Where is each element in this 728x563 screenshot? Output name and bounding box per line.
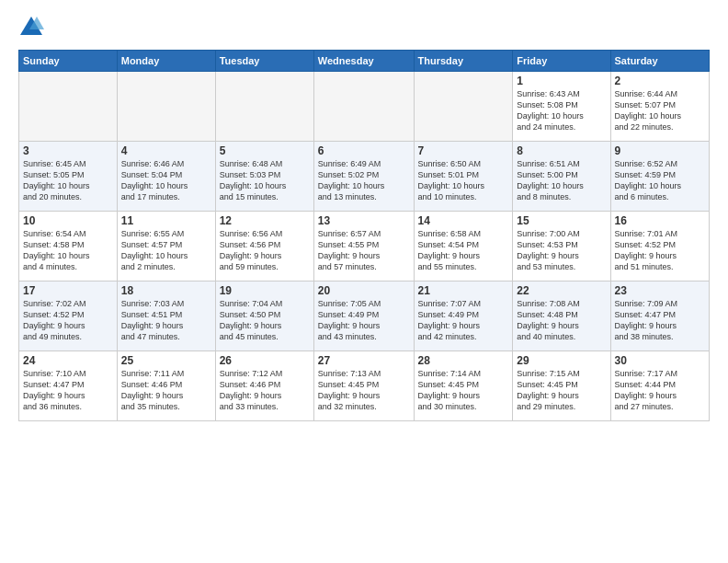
calendar-cell: 11Sunrise: 6:55 AM Sunset: 4:57 PM Dayli… <box>117 212 215 282</box>
day-info: Sunrise: 6:48 AM Sunset: 5:03 PM Dayligh… <box>220 158 310 203</box>
day-info: Sunrise: 7:15 AM Sunset: 4:45 PM Dayligh… <box>517 368 606 413</box>
day-info: Sunrise: 6:45 AM Sunset: 5:05 PM Dayligh… <box>23 158 113 203</box>
day-number: 12 <box>220 214 310 227</box>
calendar-cell: 30Sunrise: 7:17 AM Sunset: 4:44 PM Dayli… <box>610 351 709 421</box>
day-info: Sunrise: 7:11 AM Sunset: 4:46 PM Dayligh… <box>121 368 211 413</box>
calendar-cell: 25Sunrise: 7:11 AM Sunset: 4:46 PM Dayli… <box>117 351 215 421</box>
calendar-cell: 4Sunrise: 6:46 AM Sunset: 5:04 PM Daylig… <box>117 142 215 212</box>
day-number: 23 <box>615 284 705 297</box>
calendar-cell <box>117 72 215 142</box>
day-number: 26 <box>220 354 310 367</box>
calendar-cell: 13Sunrise: 6:57 AM Sunset: 4:55 PM Dayli… <box>313 212 414 282</box>
day-number: 15 <box>517 214 606 227</box>
calendar-cell: 22Sunrise: 7:08 AM Sunset: 4:48 PM Dayli… <box>513 282 610 351</box>
day-info: Sunrise: 7:07 AM Sunset: 4:49 PM Dayligh… <box>418 298 509 343</box>
calendar-cell: 10Sunrise: 6:54 AM Sunset: 4:58 PM Dayli… <box>19 212 118 282</box>
day-number: 17 <box>23 284 113 297</box>
calendar-cell: 14Sunrise: 6:58 AM Sunset: 4:54 PM Dayli… <box>414 212 513 282</box>
calendar-cell: 27Sunrise: 7:13 AM Sunset: 4:45 PM Dayli… <box>313 351 414 421</box>
day-info: Sunrise: 7:14 AM Sunset: 4:45 PM Dayligh… <box>418 368 509 413</box>
day-number: 9 <box>615 144 705 157</box>
day-number: 2 <box>615 75 705 87</box>
calendar-cell: 16Sunrise: 7:01 AM Sunset: 4:52 PM Dayli… <box>610 212 709 282</box>
day-info: Sunrise: 6:46 AM Sunset: 5:04 PM Dayligh… <box>121 158 211 203</box>
day-number: 27 <box>318 354 410 367</box>
day-number: 14 <box>418 214 509 227</box>
calendar-cell: 29Sunrise: 7:15 AM Sunset: 4:45 PM Dayli… <box>513 351 610 421</box>
calendar-cell: 24Sunrise: 7:10 AM Sunset: 4:47 PM Dayli… <box>19 351 118 421</box>
day-number: 25 <box>121 354 211 367</box>
day-info: Sunrise: 7:17 AM Sunset: 4:44 PM Dayligh… <box>615 368 705 413</box>
day-number: 20 <box>318 284 410 297</box>
day-info: Sunrise: 6:52 AM Sunset: 4:59 PM Dayligh… <box>615 158 705 203</box>
day-info: Sunrise: 6:43 AM Sunset: 5:08 PM Dayligh… <box>517 88 606 133</box>
day-number: 10 <box>23 214 113 227</box>
calendar-cell: 3Sunrise: 6:45 AM Sunset: 5:05 PM Daylig… <box>19 142 118 212</box>
calendar-cell: 6Sunrise: 6:49 AM Sunset: 5:02 PM Daylig… <box>313 142 414 212</box>
calendar-week-row: 10Sunrise: 6:54 AM Sunset: 4:58 PM Dayli… <box>19 212 710 282</box>
day-number: 21 <box>418 284 509 297</box>
day-info: Sunrise: 7:04 AM Sunset: 4:50 PM Dayligh… <box>220 298 310 343</box>
day-info: Sunrise: 7:09 AM Sunset: 4:47 PM Dayligh… <box>615 298 705 343</box>
header <box>18 15 710 40</box>
day-number: 16 <box>615 214 705 227</box>
calendar-header-saturday: Saturday <box>610 51 709 72</box>
day-info: Sunrise: 6:49 AM Sunset: 5:02 PM Dayligh… <box>318 158 410 203</box>
day-info: Sunrise: 7:00 AM Sunset: 4:53 PM Dayligh… <box>517 228 606 273</box>
calendar-cell: 5Sunrise: 6:48 AM Sunset: 5:03 PM Daylig… <box>215 142 313 212</box>
day-number: 4 <box>121 144 211 157</box>
page: SundayMondayTuesdayWednesdayThursdayFrid… <box>0 0 728 563</box>
calendar-header-wednesday: Wednesday <box>313 51 414 72</box>
calendar-cell <box>19 72 118 142</box>
calendar-cell: 26Sunrise: 7:12 AM Sunset: 4:46 PM Dayli… <box>215 351 313 421</box>
calendar-cell: 7Sunrise: 6:50 AM Sunset: 5:01 PM Daylig… <box>414 142 513 212</box>
day-number: 19 <box>220 284 310 297</box>
day-number: 29 <box>517 354 606 367</box>
day-info: Sunrise: 7:13 AM Sunset: 4:45 PM Dayligh… <box>318 368 410 413</box>
day-number: 28 <box>418 354 509 367</box>
day-info: Sunrise: 6:44 AM Sunset: 5:07 PM Dayligh… <box>615 88 705 133</box>
day-info: Sunrise: 6:56 AM Sunset: 4:56 PM Dayligh… <box>220 228 310 273</box>
calendar-cell: 18Sunrise: 7:03 AM Sunset: 4:51 PM Dayli… <box>117 282 215 351</box>
day-info: Sunrise: 7:03 AM Sunset: 4:51 PM Dayligh… <box>121 298 211 343</box>
day-number: 22 <box>517 284 606 297</box>
calendar-cell: 21Sunrise: 7:07 AM Sunset: 4:49 PM Dayli… <box>414 282 513 351</box>
day-number: 1 <box>517 75 606 87</box>
calendar-header-friday: Friday <box>513 51 610 72</box>
calendar-cell: 9Sunrise: 6:52 AM Sunset: 4:59 PM Daylig… <box>610 142 709 212</box>
day-number: 3 <box>23 144 113 157</box>
calendar-header-tuesday: Tuesday <box>215 51 313 72</box>
calendar-cell: 23Sunrise: 7:09 AM Sunset: 4:47 PM Dayli… <box>610 282 709 351</box>
day-info: Sunrise: 6:58 AM Sunset: 4:54 PM Dayligh… <box>418 228 509 273</box>
calendar-cell: 15Sunrise: 7:00 AM Sunset: 4:53 PM Dayli… <box>513 212 610 282</box>
day-info: Sunrise: 7:12 AM Sunset: 4:46 PM Dayligh… <box>220 368 310 413</box>
calendar-cell <box>313 72 414 142</box>
calendar-cell: 1Sunrise: 6:43 AM Sunset: 5:08 PM Daylig… <box>513 72 610 142</box>
day-info: Sunrise: 7:01 AM Sunset: 4:52 PM Dayligh… <box>615 228 705 273</box>
calendar-header-monday: Monday <box>117 51 215 72</box>
day-number: 24 <box>23 354 113 367</box>
day-info: Sunrise: 6:55 AM Sunset: 4:57 PM Dayligh… <box>121 228 211 273</box>
day-number: 11 <box>121 214 211 227</box>
day-number: 30 <box>615 354 705 367</box>
day-info: Sunrise: 6:54 AM Sunset: 4:58 PM Dayligh… <box>23 228 113 273</box>
calendar-cell <box>414 72 513 142</box>
day-number: 5 <box>220 144 310 157</box>
day-info: Sunrise: 6:50 AM Sunset: 5:01 PM Dayligh… <box>418 158 509 203</box>
day-number: 8 <box>517 144 606 157</box>
day-number: 13 <box>318 214 410 227</box>
day-number: 6 <box>318 144 410 157</box>
logo <box>18 15 48 40</box>
calendar-week-row: 17Sunrise: 7:02 AM Sunset: 4:52 PM Dayli… <box>19 282 710 351</box>
calendar-cell: 8Sunrise: 6:51 AM Sunset: 5:00 PM Daylig… <box>513 142 610 212</box>
calendar-week-row: 3Sunrise: 6:45 AM Sunset: 5:05 PM Daylig… <box>19 142 710 212</box>
day-number: 18 <box>121 284 211 297</box>
day-info: Sunrise: 7:05 AM Sunset: 4:49 PM Dayligh… <box>318 298 410 343</box>
day-info: Sunrise: 6:51 AM Sunset: 5:00 PM Dayligh… <box>517 158 606 203</box>
day-info: Sunrise: 6:57 AM Sunset: 4:55 PM Dayligh… <box>318 228 410 273</box>
calendar-header-row: SundayMondayTuesdayWednesdayThursdayFrid… <box>19 51 710 72</box>
day-info: Sunrise: 7:08 AM Sunset: 4:48 PM Dayligh… <box>517 298 606 343</box>
calendar-cell: 17Sunrise: 7:02 AM Sunset: 4:52 PM Dayli… <box>19 282 118 351</box>
calendar: SundayMondayTuesdayWednesdayThursdayFrid… <box>18 50 710 421</box>
calendar-header-sunday: Sunday <box>19 51 118 72</box>
